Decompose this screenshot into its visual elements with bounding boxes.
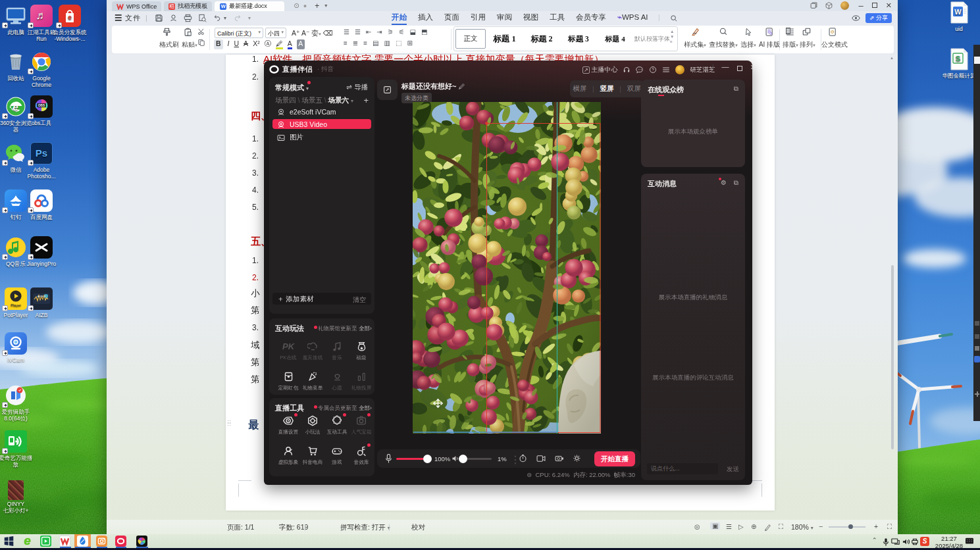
svg-text:e: e — [68, 14, 72, 21]
svg-text:AIZB-3: AIZB-3 — [38, 295, 46, 298]
svg-text:OBS: OBS — [38, 104, 45, 107]
svg-text:S: S — [956, 55, 960, 63]
svg-text:e: e — [13, 101, 18, 113]
svg-text:W: W — [954, 8, 962, 16]
